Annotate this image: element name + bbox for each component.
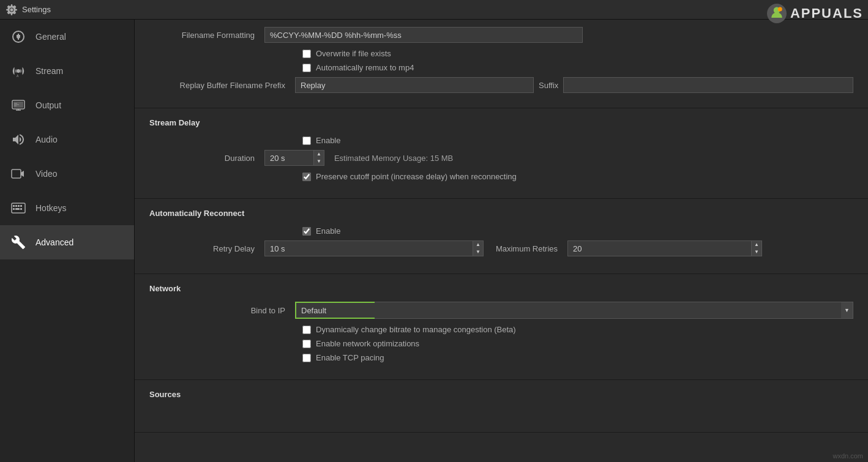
tcp-pacing-label: Enable TCP pacing [316,353,384,362]
duration-decrement-btn[interactable]: ▼ [314,158,324,165]
sidebar-item-audio[interactable]: Audio [0,122,134,157]
network-opt-checkbox[interactable] [302,340,311,348]
stream-delay-enable-label: Enable [316,136,340,145]
sources-section: Sources [135,380,868,433]
audio-icon [10,131,27,148]
max-retries-increment-btn[interactable]: ▲ [752,241,761,248]
dynamic-bitrate-checkbox[interactable] [302,326,311,334]
video-icon [10,165,27,182]
dynamic-bitrate-row: Dynamically change bitrate to manage con… [302,325,853,334]
duration-input[interactable] [264,150,313,166]
reconnect-enable-checkbox[interactable] [302,227,311,236]
svg-point-2 [17,69,20,73]
duration-spinbox-buttons: ▲ ▼ [313,150,324,166]
titlebar: Settings [0,0,868,20]
sidebar-item-video[interactable]: Video [0,157,134,191]
tcp-pacing-checkbox[interactable] [302,354,311,362]
sidebar-label-advanced: Advanced [36,237,73,247]
max-retries-decrement-btn[interactable]: ▼ [752,248,761,256]
sidebar-item-stream[interactable]: A Stream [0,54,134,88]
svg-rect-10 [15,205,17,207]
sources-header: Sources [149,390,853,399]
filename-input[interactable] [264,27,583,43]
sidebar-label-general: General [36,32,66,42]
content-area: Filename Formatting Overwrite if file ex… [135,20,868,462]
reconnect-enable-label: Enable [316,226,340,236]
max-retries-input[interactable] [567,240,751,256]
svg-point-17 [778,7,782,12]
replay-prefix-input[interactable] [295,77,534,93]
sidebar-label-video: Video [36,169,58,179]
network-opt-label: Enable network optimizations [316,339,419,348]
appuals-text: APPUALS [790,6,863,21]
overwrite-row: Overwrite if file exists [302,49,853,58]
svg-point-1 [17,35,20,39]
stream-delay-section: Stream Delay Enable Duration ▲ ▼ Estimat… [135,108,868,199]
stream-delay-enable-checkbox[interactable] [302,136,311,145]
output-icon [10,97,27,114]
network-header: Network [149,284,853,293]
replay-prefix-row: Replay Buffer Filename Prefix Suffix [149,77,853,93]
network-section: Network Bind to IP ▼ Dynamically change … [135,274,868,380]
svg-rect-14 [15,208,20,210]
duration-increment-btn[interactable]: ▲ [314,151,324,158]
sidebar-item-advanced[interactable]: Advanced [0,225,134,259]
filename-section: Filename Formatting Overwrite if file ex… [135,20,868,108]
retry-delay-label: Retry Delay [149,244,260,253]
memory-usage-text: Estimated Memory Usage: 15 MB [334,154,453,163]
preserve-checkbox[interactable] [302,173,311,181]
sidebar-label-output: Output [36,100,61,110]
sidebar-label-audio: Audio [36,135,58,144]
duration-label: Duration [149,154,260,163]
bind-ip-label: Bind to IP [149,306,290,315]
preserve-row: Preserve cutoff point (increase delay) w… [302,172,853,181]
sidebar-item-general[interactable]: General [0,20,134,54]
sidebar: General A Stream [0,20,135,462]
suffix-input[interactable] [563,77,853,93]
svg-point-0 [10,8,13,11]
bind-ip-fill [375,302,841,319]
settings-icon [6,4,17,15]
remux-label: Automatically remux to mp4 [316,63,414,72]
remux-checkbox[interactable] [302,64,311,72]
retry-delay-input[interactable] [264,240,473,256]
tcp-pacing-row: Enable TCP pacing [302,353,853,362]
svg-rect-9 [13,205,15,207]
advanced-icon [10,234,27,251]
remux-row: Automatically remux to mp4 [302,63,853,72]
window-title: Settings [22,5,51,14]
watermark: wxdn.com [832,452,863,460]
dropdown-arrow-icon: ▼ [844,307,850,313]
bind-ip-dropdown: ▼ [295,302,853,319]
retry-delay-row: Retry Delay ▲ ▼ Maximum Retries ▲ ▼ [149,240,853,256]
retry-delay-spinbox: ▲ ▼ [264,240,484,256]
svg-rect-7 [12,170,21,178]
sidebar-label-stream: Stream [36,66,63,76]
overwrite-checkbox[interactable] [302,50,311,58]
appuals-logo-svg [768,5,785,22]
dynamic-bitrate-label: Dynamically change bitrate to manage con… [316,325,516,334]
main-layout: General A Stream [0,20,868,462]
suffix-label: Suffix [539,81,558,90]
sidebar-label-hotkeys: Hotkeys [36,203,67,213]
replay-prefix-label: Replay Buffer Filename Prefix [149,81,290,90]
svg-rect-12 [20,205,22,207]
overwrite-label: Overwrite if file exists [316,49,391,58]
appuals-logo [767,4,787,23]
appuals-branding: APPUALS [767,4,863,23]
max-retries-spinbox: ▲ ▼ [567,240,762,256]
svg-text:A: A [17,74,19,78]
bind-ip-dropdown-btn[interactable]: ▼ [841,302,853,319]
bind-ip-input[interactable] [295,302,375,319]
duration-spinbox: ▲ ▼ [264,150,324,166]
sidebar-item-hotkeys[interactable]: Hotkeys [0,191,134,225]
svg-rect-11 [18,205,20,207]
retry-increment-btn[interactable]: ▲ [473,241,483,248]
svg-rect-15 [20,208,22,210]
retry-decrement-btn[interactable]: ▼ [473,248,483,256]
max-retries-label: Maximum Retries [496,244,558,253]
retry-spinbox-buttons: ▲ ▼ [473,240,484,256]
filename-label: Filename Formatting [149,31,260,40]
auto-reconnect-section: Automatically Reconnect Enable Retry Del… [135,199,868,274]
sidebar-item-output[interactable]: Output [0,88,134,122]
